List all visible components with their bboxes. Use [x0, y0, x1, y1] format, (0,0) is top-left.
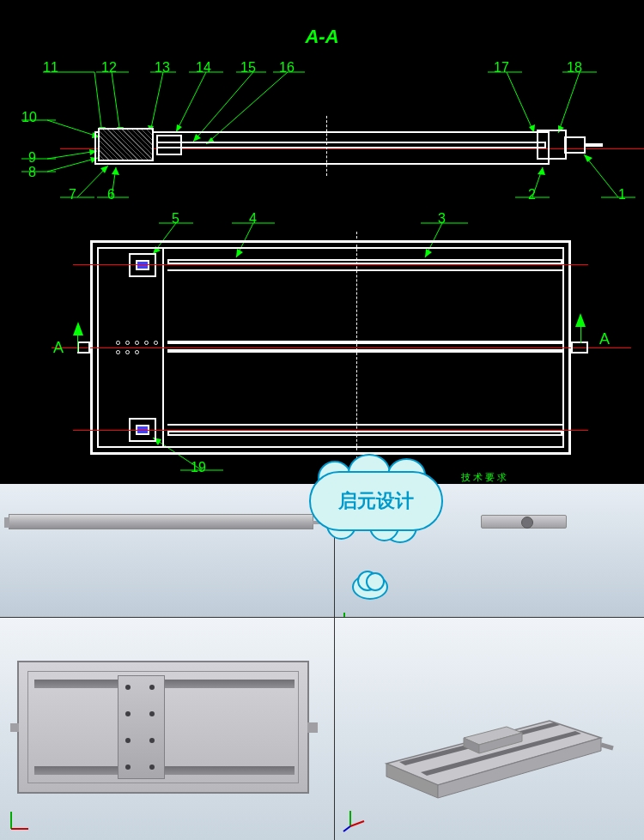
- callout-17: 17: [494, 60, 509, 76]
- svg-line-70: [601, 745, 613, 748]
- section-label-left: A: [53, 339, 64, 357]
- left-end-block: [98, 128, 154, 161]
- triad-icon: [7, 807, 33, 833]
- small-cloud-icon: [352, 574, 388, 600]
- render-end-view: 启元设计: [335, 484, 644, 617]
- render-top-view: [0, 617, 335, 840]
- ta-carriage-plate: [118, 675, 165, 779]
- callout-14: 14: [196, 60, 211, 76]
- callout-13: 13: [155, 60, 170, 76]
- callout-18: 18: [567, 60, 582, 76]
- callout-8: 8: [28, 165, 36, 180]
- plan-view: [90, 240, 571, 455]
- shaft-right: [571, 341, 588, 354]
- callout-16: 16: [279, 60, 295, 76]
- ta-shaft-right: [307, 722, 318, 733]
- break-line: [326, 116, 327, 176]
- bottom-rail-edge: [167, 424, 562, 426]
- end-piece-model: [481, 515, 567, 529]
- callout-2: 2: [528, 187, 536, 202]
- axis-bottom: [73, 430, 588, 431]
- watermark-cloud: 启元设计: [309, 471, 443, 531]
- callout-3: 3: [438, 211, 446, 227]
- ta-shaft-left: [10, 723, 19, 732]
- callout-9: 9: [28, 150, 36, 166]
- section-line-right: [580, 326, 581, 343]
- right-cap: [564, 136, 586, 154]
- callout-19: 19: [191, 460, 206, 475]
- inner-rail: [156, 142, 546, 148]
- svg-line-72: [350, 821, 364, 826]
- callout-12: 12: [101, 60, 117, 76]
- section-view-aa: [77, 124, 592, 172]
- render-side-view: [0, 484, 335, 617]
- top-assembly-model: [17, 661, 309, 794]
- watermark-text: 启元设计: [338, 490, 414, 511]
- callout-5: 5: [172, 211, 179, 227]
- isometric-model: [369, 669, 618, 807]
- section-title: A-A: [305, 26, 338, 48]
- svg-line-10: [176, 72, 206, 132]
- cad-drawing-area: A-A 11 12 13 14 15 16 17 18 10 9 8 7 6: [0, 0, 644, 484]
- render-panels: 启元设计: [0, 484, 644, 840]
- callout-7: 7: [69, 187, 76, 202]
- callout-15: 15: [240, 60, 256, 76]
- mounting-holes: [116, 341, 163, 354]
- callout-6: 6: [107, 187, 115, 202]
- bottom-rail: [167, 431, 562, 436]
- svg-line-73: [343, 826, 350, 831]
- triad-icon: [342, 807, 368, 833]
- section-label-right: A: [599, 330, 610, 348]
- tech-requirements-label: 技 术 要 求: [461, 471, 507, 484]
- callout-10: 10: [21, 110, 37, 125]
- callout-11: 11: [43, 60, 58, 76]
- callout-1: 1: [618, 187, 626, 202]
- section-line-left: [77, 335, 78, 352]
- bearing-block-top: [129, 253, 156, 277]
- right-end-block: [537, 130, 567, 160]
- output-shaft: [586, 143, 603, 147]
- svg-line-7: [150, 72, 163, 132]
- mid-rail-2: [167, 349, 562, 353]
- callout-4: 4: [249, 211, 257, 227]
- section-arrow-right-icon: [575, 313, 586, 327]
- actuator-side-model: [9, 514, 313, 529]
- section-arrow-left-icon: [73, 322, 83, 335]
- shaft-left: [77, 341, 90, 354]
- axis-top: [73, 264, 588, 265]
- top-rail-edge: [167, 269, 562, 271]
- render-isometric-view: [335, 617, 644, 840]
- mid-rail-1: [167, 341, 562, 344]
